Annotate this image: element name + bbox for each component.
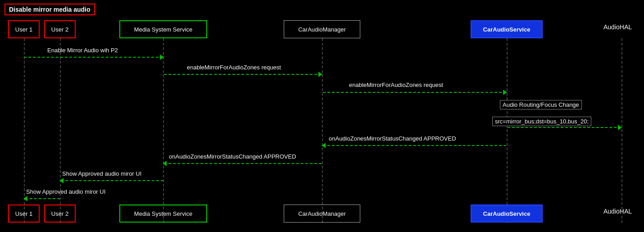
message-1-arrow bbox=[24, 57, 163, 58]
message-1-arrowhead bbox=[160, 55, 164, 60]
title-label: Disable mirror media audio bbox=[9, 6, 91, 13]
lifeline-cam bbox=[322, 38, 323, 223]
message-2-label: enableMirrorForAudioZones request bbox=[187, 64, 281, 71]
message-2-arrow bbox=[164, 74, 322, 75]
actor-cam: CarAudioManager bbox=[284, 20, 360, 38]
actor-mss: Media System Service bbox=[119, 20, 207, 38]
lifeline-user2 bbox=[60, 38, 61, 223]
message-5-label: onAudioZonesMirrorStatusChanged APPROVED bbox=[329, 135, 456, 142]
message-8-arrow bbox=[25, 198, 60, 199]
actor-user1: User 1 bbox=[8, 20, 40, 38]
message-5-arrowhead bbox=[322, 143, 326, 148]
title-box: Disable mirror media audio bbox=[5, 4, 95, 15]
message-8-arrowhead bbox=[23, 196, 27, 201]
message-3-arrow bbox=[323, 92, 506, 93]
actor-cam-bottom: CarAudioManager bbox=[284, 205, 360, 223]
lifeline-user1 bbox=[24, 38, 25, 223]
message-4b-label: src=mirror_bus;dst=bus_10,bus_20; bbox=[492, 117, 591, 126]
message-4-label: Audio Routing/Focus Change bbox=[500, 100, 582, 109]
message-8-label: Show Approved audio miror UI bbox=[26, 188, 105, 195]
actor-user2: User 2 bbox=[44, 20, 76, 38]
message-7-arrowhead bbox=[59, 178, 63, 183]
actor-ahl: AudioHAL bbox=[603, 23, 632, 31]
message-3-label: enableMirrorForAudioZones request bbox=[349, 82, 443, 88]
lifeline-mss bbox=[163, 38, 164, 223]
message-4-arrow bbox=[508, 127, 621, 128]
diagram-container: Disable mirror media audio User 1 User 2… bbox=[0, 0, 644, 232]
actor-cas-bottom: CarAudioService bbox=[471, 205, 543, 223]
actor-mss-bottom: Media System Service bbox=[119, 205, 207, 223]
message-2-arrowhead bbox=[318, 72, 322, 77]
lifeline-cas bbox=[507, 38, 508, 223]
actor-ahl-bottom: AudioHAL bbox=[603, 208, 632, 215]
message-5-arrow bbox=[323, 145, 506, 146]
message-6-arrow bbox=[164, 163, 322, 164]
actor-cas: CarAudioService bbox=[471, 20, 543, 38]
actor-user1-bottom: User 1 bbox=[8, 205, 40, 223]
lifeline-ahl bbox=[621, 38, 622, 223]
actor-user2-bottom: User 2 bbox=[44, 205, 76, 223]
message-3-arrowhead bbox=[503, 90, 507, 95]
message-6-arrowhead bbox=[163, 161, 167, 166]
message-7-label: Show Approved audio miror UI bbox=[62, 170, 141, 177]
message-4-arrowhead bbox=[618, 125, 622, 130]
message-6-label: onAudioZonesMirrorStatusChanged APPROVED bbox=[169, 153, 296, 160]
message-1-label: Enable Mirror Audio wih P2 bbox=[47, 47, 118, 54]
message-7-arrow bbox=[61, 180, 163, 181]
